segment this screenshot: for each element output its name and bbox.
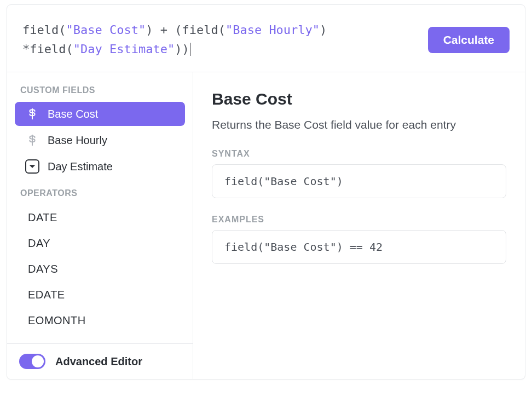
field-item-day-estimate[interactable]: Day Estimate <box>15 154 185 179</box>
operator-item-eomonth[interactable]: EOMONTH <box>7 308 193 333</box>
field-item-base-cost[interactable]: Base Cost <box>15 102 185 126</box>
operator-item-edate[interactable]: EDATE <box>7 282 193 308</box>
field-item-label: Day Estimate <box>48 160 113 173</box>
dropdown-icon <box>26 160 39 173</box>
field-item-label: Base Hourly <box>48 134 107 147</box>
operator-item-day[interactable]: DAY <box>7 231 193 256</box>
custom-fields-header: CUSTOM FIELDS <box>7 85 193 102</box>
operators-header: OPERATORS <box>7 188 193 205</box>
operator-item-days[interactable]: DAYS <box>7 256 193 282</box>
calculate-button[interactable]: Calculate <box>428 27 510 53</box>
editor-body: CUSTOM FIELDS Base CostBase HourlyDay Es… <box>7 72 525 379</box>
sidebar: CUSTOM FIELDS Base CostBase HourlyDay Es… <box>7 72 193 379</box>
operator-item-date[interactable]: DATE <box>7 205 193 231</box>
formula-bar: field("Base Cost") + (field("Base Hourly… <box>7 5 525 72</box>
detail-pane: Base Cost Returns the Base Cost field va… <box>193 72 525 379</box>
formula-input[interactable]: field("Base Cost") + (field("Base Hourly… <box>22 20 415 59</box>
field-item-base-hourly[interactable]: Base Hourly <box>15 128 185 152</box>
operator-item-hour[interactable]: HOUR <box>7 333 193 342</box>
detail-description: Returns the Base Cost field value for ea… <box>212 116 506 134</box>
syntax-label: SYNTAX <box>212 149 506 159</box>
example-code: field("Base Cost") == 42 <box>212 230 506 264</box>
advanced-editor-label: Advanced Editor <box>55 355 142 368</box>
advanced-editor-toggle[interactable] <box>19 354 45 369</box>
dollar-icon <box>26 134 39 147</box>
formula-editor-panel: field("Base Cost") + (field("Base Hourly… <box>7 4 525 379</box>
field-item-label: Base Cost <box>48 108 98 120</box>
dollar-icon <box>26 107 39 120</box>
syntax-code: field("Base Cost") <box>212 164 506 198</box>
examples-label: EXAMPLES <box>212 215 506 225</box>
detail-title: Base Cost <box>212 90 506 108</box>
sidebar-footer: Advanced Editor <box>7 343 193 379</box>
